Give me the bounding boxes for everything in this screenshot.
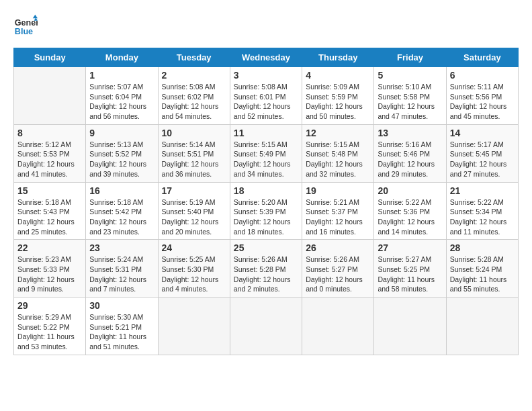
day-number: 1	[89, 70, 154, 81]
svg-text:Blue: Blue	[15, 27, 33, 36]
day-number: 19	[306, 185, 370, 196]
day-info: Sunrise: 5:21 AMSunset: 5:37 PMDaylight:…	[306, 197, 370, 237]
calendar-day: 10Sunrise: 5:14 AMSunset: 5:51 PMDayligh…	[158, 124, 230, 182]
calendar-day: 8Sunrise: 5:12 AMSunset: 5:53 PMDaylight…	[14, 124, 86, 182]
day-info: Sunrise: 5:10 AMSunset: 5:58 PMDaylight:…	[378, 82, 442, 122]
day-number: 8	[17, 128, 82, 138]
day-info: Sunrise: 5:27 AMSunset: 5:25 PMDaylight:…	[378, 255, 442, 294]
day-info: Sunrise: 5:20 AMSunset: 5:39 PMDaylight:…	[234, 197, 298, 237]
calendar-day: 27Sunrise: 5:27 AMSunset: 5:25 PMDayligh…	[374, 240, 446, 298]
calendar-day: 16Sunrise: 5:18 AMSunset: 5:42 PMDayligh…	[86, 182, 158, 240]
calendar-day: 26Sunrise: 5:26 AMSunset: 5:27 PMDayligh…	[302, 240, 374, 298]
day-number: 16	[89, 185, 154, 196]
day-number: 15	[17, 185, 82, 196]
day-info: Sunrise: 5:11 AMSunset: 5:56 PMDaylight:…	[450, 82, 515, 122]
calendar-day: 9Sunrise: 5:13 AMSunset: 5:52 PMDaylight…	[86, 124, 158, 182]
day-number: 9	[89, 128, 154, 138]
day-number: 26	[306, 242, 370, 253]
day-info: Sunrise: 5:16 AMSunset: 5:46 PMDaylight:…	[378, 140, 442, 179]
day-number: 22	[17, 242, 82, 253]
day-number: 25	[234, 242, 298, 253]
day-info: Sunrise: 5:07 AMSunset: 6:04 PMDaylight:…	[89, 82, 154, 122]
calendar-day: 13Sunrise: 5:16 AMSunset: 5:46 PMDayligh…	[374, 124, 446, 182]
day-number: 29	[17, 300, 82, 311]
weekday-header-saturday: Saturday	[446, 48, 518, 67]
day-info: Sunrise: 5:19 AMSunset: 5:40 PMDaylight:…	[162, 197, 226, 237]
calendar-day	[158, 298, 230, 355]
day-info: Sunrise: 5:22 AMSunset: 5:34 PMDaylight:…	[450, 197, 515, 237]
calendar-day: 24Sunrise: 5:25 AMSunset: 5:30 PMDayligh…	[158, 240, 230, 298]
calendar-day: 25Sunrise: 5:26 AMSunset: 5:28 PMDayligh…	[230, 240, 302, 298]
day-number: 21	[450, 185, 515, 196]
calendar-day: 29Sunrise: 5:29 AMSunset: 5:22 PMDayligh…	[14, 298, 86, 355]
day-info: Sunrise: 5:08 AMSunset: 6:02 PMDaylight:…	[162, 82, 226, 122]
day-info: Sunrise: 5:17 AMSunset: 5:45 PMDaylight:…	[450, 140, 515, 179]
calendar-day: 20Sunrise: 5:22 AMSunset: 5:36 PMDayligh…	[374, 182, 446, 240]
day-info: Sunrise: 5:29 AMSunset: 5:22 PMDaylight:…	[17, 312, 82, 352]
day-number: 24	[162, 242, 226, 253]
logo: General Blue	[13, 13, 38, 38]
calendar-week-3: 15Sunrise: 5:18 AMSunset: 5:43 PMDayligh…	[14, 182, 519, 240]
calendar-day: 21Sunrise: 5:22 AMSunset: 5:34 PMDayligh…	[446, 182, 518, 240]
calendar-table: SundayMondayTuesdayWednesdayThursdayFrid…	[13, 48, 519, 355]
day-number: 30	[89, 300, 154, 311]
day-info: Sunrise: 5:25 AMSunset: 5:30 PMDaylight:…	[162, 255, 226, 294]
weekday-header-thursday: Thursday	[302, 48, 374, 67]
day-info: Sunrise: 5:26 AMSunset: 5:27 PMDaylight:…	[306, 255, 370, 294]
page-header: General Blue	[13, 13, 519, 38]
day-info: Sunrise: 5:12 AMSunset: 5:53 PMDaylight:…	[17, 140, 82, 179]
calendar-day: 1Sunrise: 5:07 AMSunset: 6:04 PMDaylight…	[86, 67, 158, 125]
weekday-header-wednesday: Wednesday	[230, 48, 302, 67]
day-info: Sunrise: 5:08 AMSunset: 6:01 PMDaylight:…	[234, 82, 298, 122]
day-info: Sunrise: 5:28 AMSunset: 5:24 PMDaylight:…	[450, 255, 515, 294]
calendar-day: 17Sunrise: 5:19 AMSunset: 5:40 PMDayligh…	[158, 182, 230, 240]
day-info: Sunrise: 5:09 AMSunset: 5:59 PMDaylight:…	[306, 82, 370, 122]
day-info: Sunrise: 5:30 AMSunset: 5:21 PMDaylight:…	[89, 312, 154, 352]
day-number: 28	[450, 242, 515, 253]
day-number: 14	[450, 128, 515, 138]
day-info: Sunrise: 5:26 AMSunset: 5:28 PMDaylight:…	[234, 255, 298, 294]
calendar-day	[374, 298, 446, 355]
day-number: 23	[89, 242, 154, 253]
day-number: 27	[378, 242, 442, 253]
calendar-week-4: 22Sunrise: 5:23 AMSunset: 5:33 PMDayligh…	[14, 240, 519, 298]
day-number: 13	[378, 128, 442, 138]
day-number: 20	[378, 185, 442, 196]
calendar-day: 28Sunrise: 5:28 AMSunset: 5:24 PMDayligh…	[446, 240, 518, 298]
calendar-day: 30Sunrise: 5:30 AMSunset: 5:21 PMDayligh…	[86, 298, 158, 355]
day-info: Sunrise: 5:14 AMSunset: 5:51 PMDaylight:…	[162, 140, 226, 179]
calendar-day: 4Sunrise: 5:09 AMSunset: 5:59 PMDaylight…	[302, 67, 374, 125]
calendar-day	[14, 67, 86, 125]
day-info: Sunrise: 5:15 AMSunset: 5:49 PMDaylight:…	[234, 140, 298, 179]
calendar-day: 18Sunrise: 5:20 AMSunset: 5:39 PMDayligh…	[230, 182, 302, 240]
svg-marker-2	[33, 15, 38, 18]
day-number: 2	[162, 70, 226, 81]
day-number: 10	[162, 128, 226, 138]
day-number: 17	[162, 185, 226, 196]
day-number: 18	[234, 185, 298, 196]
weekday-header-sunday: Sunday	[14, 48, 86, 67]
calendar-day: 2Sunrise: 5:08 AMSunset: 6:02 PMDaylight…	[158, 67, 230, 125]
calendar-day: 11Sunrise: 5:15 AMSunset: 5:49 PMDayligh…	[230, 124, 302, 182]
day-info: Sunrise: 5:23 AMSunset: 5:33 PMDaylight:…	[17, 255, 82, 294]
day-number: 4	[306, 70, 370, 81]
weekday-header-friday: Friday	[374, 48, 446, 67]
calendar-day	[302, 298, 374, 355]
calendar-day: 12Sunrise: 5:15 AMSunset: 5:48 PMDayligh…	[302, 124, 374, 182]
calendar-day: 14Sunrise: 5:17 AMSunset: 5:45 PMDayligh…	[446, 124, 518, 182]
weekday-header-tuesday: Tuesday	[158, 48, 230, 67]
day-info: Sunrise: 5:15 AMSunset: 5:48 PMDaylight:…	[306, 140, 370, 179]
day-info: Sunrise: 5:18 AMSunset: 5:42 PMDaylight:…	[89, 197, 154, 237]
day-info: Sunrise: 5:13 AMSunset: 5:52 PMDaylight:…	[89, 140, 154, 179]
calendar-day: 19Sunrise: 5:21 AMSunset: 5:37 PMDayligh…	[302, 182, 374, 240]
day-number: 3	[234, 70, 298, 81]
day-info: Sunrise: 5:22 AMSunset: 5:36 PMDaylight:…	[378, 197, 442, 237]
day-info: Sunrise: 5:18 AMSunset: 5:43 PMDaylight:…	[17, 197, 82, 237]
day-number: 6	[450, 70, 515, 81]
calendar-week-1: 1Sunrise: 5:07 AMSunset: 6:04 PMDaylight…	[14, 67, 519, 125]
calendar-day: 6Sunrise: 5:11 AMSunset: 5:56 PMDaylight…	[446, 67, 518, 125]
calendar-day: 23Sunrise: 5:24 AMSunset: 5:31 PMDayligh…	[86, 240, 158, 298]
day-number: 5	[378, 70, 442, 81]
calendar-day: 3Sunrise: 5:08 AMSunset: 6:01 PMDaylight…	[230, 67, 302, 125]
weekday-header-monday: Monday	[86, 48, 158, 67]
